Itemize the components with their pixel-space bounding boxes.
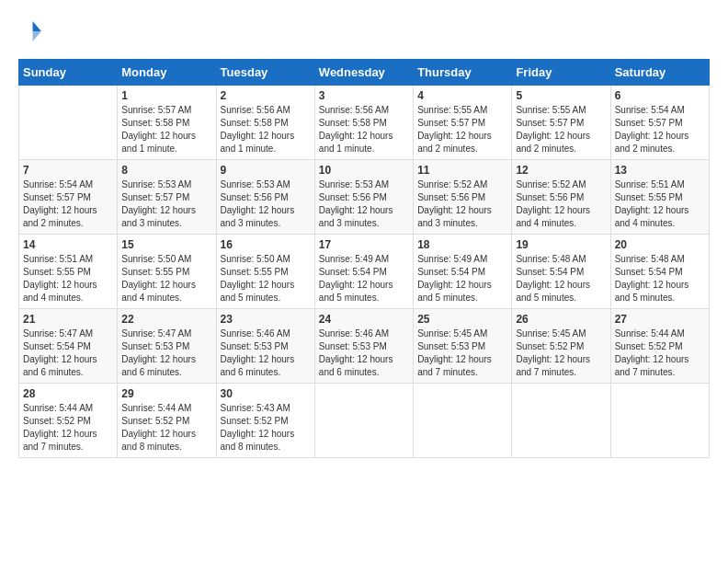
calendar-cell: 10Sunrise: 5:53 AM Sunset: 5:56 PM Dayli… — [314, 160, 413, 235]
calendar-cell — [314, 384, 413, 458]
day-info: Sunrise: 5:47 AM Sunset: 5:54 PM Dayligh… — [23, 327, 113, 379]
day-number: 25 — [417, 313, 507, 326]
day-info: Sunrise: 5:46 AM Sunset: 5:53 PM Dayligh… — [221, 327, 311, 379]
day-info: Sunrise: 5:57 AM Sunset: 5:58 PM Dayligh… — [121, 104, 211, 155]
calendar-cell: 9Sunrise: 5:53 AM Sunset: 5:56 PM Daylig… — [216, 160, 314, 235]
week-row: 21Sunrise: 5:47 AM Sunset: 5:54 PM Dayli… — [19, 309, 710, 384]
day-info: Sunrise: 5:49 AM Sunset: 5:54 PM Dayligh… — [319, 253, 409, 304]
calendar-cell: 19Sunrise: 5:48 AM Sunset: 5:54 PM Dayli… — [512, 235, 610, 309]
calendar-cell: 13Sunrise: 5:51 AM Sunset: 5:55 PM Dayli… — [610, 160, 709, 235]
day-info: Sunrise: 5:48 AM Sunset: 5:54 PM Dayligh… — [615, 253, 705, 304]
col-tuesday: Tuesday — [216, 60, 314, 86]
calendar-cell: 14Sunrise: 5:51 AM Sunset: 5:55 PM Dayli… — [19, 235, 118, 309]
day-info: Sunrise: 5:52 AM Sunset: 5:56 PM Dayligh… — [417, 178, 507, 230]
day-number: 26 — [516, 313, 606, 326]
calendar-body: 1Sunrise: 5:57 AM Sunset: 5:58 PM Daylig… — [19, 86, 710, 458]
calendar-cell: 24Sunrise: 5:46 AM Sunset: 5:53 PM Dayli… — [314, 309, 413, 384]
day-info: Sunrise: 5:53 AM Sunset: 5:56 PM Dayligh… — [221, 178, 311, 230]
logo-icon — [18, 18, 44, 44]
day-info: Sunrise: 5:44 AM Sunset: 5:52 PM Dayligh… — [23, 402, 113, 454]
day-number: 2 — [221, 89, 311, 102]
col-monday: Monday — [118, 60, 216, 86]
calendar-cell — [414, 384, 512, 458]
header-row: Sunday Monday Tuesday Wednesday Thursday… — [19, 60, 710, 86]
page-header — [18, 18, 710, 44]
day-info: Sunrise: 5:44 AM Sunset: 5:52 PM Dayligh… — [121, 402, 211, 454]
week-row: 7Sunrise: 5:54 AM Sunset: 5:57 PM Daylig… — [19, 160, 710, 235]
calendar-cell: 7Sunrise: 5:54 AM Sunset: 5:57 PM Daylig… — [19, 160, 118, 235]
calendar-cell: 8Sunrise: 5:53 AM Sunset: 5:57 PM Daylig… — [118, 160, 216, 235]
calendar-cell: 11Sunrise: 5:52 AM Sunset: 5:56 PM Dayli… — [414, 160, 512, 235]
calendar-cell: 27Sunrise: 5:44 AM Sunset: 5:52 PM Dayli… — [610, 309, 709, 384]
day-info: Sunrise: 5:46 AM Sunset: 5:53 PM Dayligh… — [319, 327, 409, 379]
day-info: Sunrise: 5:51 AM Sunset: 5:55 PM Dayligh… — [615, 178, 705, 230]
day-number: 8 — [121, 164, 211, 177]
day-info: Sunrise: 5:52 AM Sunset: 5:56 PM Dayligh… — [516, 178, 606, 230]
day-number: 20 — [615, 238, 705, 251]
day-number: 1 — [121, 89, 211, 102]
calendar-table: Sunday Monday Tuesday Wednesday Thursday… — [18, 59, 710, 458]
day-info: Sunrise: 5:45 AM Sunset: 5:53 PM Dayligh… — [417, 327, 507, 379]
day-number: 15 — [121, 238, 211, 251]
day-info: Sunrise: 5:47 AM Sunset: 5:53 PM Dayligh… — [121, 327, 211, 379]
svg-marker-0 — [33, 21, 41, 31]
calendar-cell: 6Sunrise: 5:54 AM Sunset: 5:57 PM Daylig… — [610, 86, 709, 160]
calendar-cell: 4Sunrise: 5:55 AM Sunset: 5:57 PM Daylig… — [414, 86, 512, 160]
week-row: 28Sunrise: 5:44 AM Sunset: 5:52 PM Dayli… — [19, 384, 710, 458]
day-info: Sunrise: 5:45 AM Sunset: 5:52 PM Dayligh… — [516, 327, 606, 379]
calendar-cell — [19, 86, 118, 160]
col-thursday: Thursday — [414, 60, 512, 86]
calendar-cell: 1Sunrise: 5:57 AM Sunset: 5:58 PM Daylig… — [118, 86, 216, 160]
day-number: 4 — [417, 89, 507, 102]
day-number: 22 — [121, 313, 211, 326]
day-number: 27 — [615, 313, 705, 326]
day-number: 6 — [615, 89, 705, 102]
day-info: Sunrise: 5:54 AM Sunset: 5:57 PM Dayligh… — [615, 104, 705, 155]
day-number: 14 — [23, 238, 113, 251]
day-info: Sunrise: 5:48 AM Sunset: 5:54 PM Dayligh… — [516, 253, 606, 304]
calendar-cell: 26Sunrise: 5:45 AM Sunset: 5:52 PM Dayli… — [512, 309, 610, 384]
calendar-cell: 17Sunrise: 5:49 AM Sunset: 5:54 PM Dayli… — [314, 235, 413, 309]
day-number: 17 — [319, 238, 409, 251]
day-info: Sunrise: 5:55 AM Sunset: 5:57 PM Dayligh… — [417, 104, 507, 155]
day-number: 9 — [221, 164, 311, 177]
calendar-cell: 30Sunrise: 5:43 AM Sunset: 5:52 PM Dayli… — [216, 384, 314, 458]
day-number: 19 — [516, 238, 606, 251]
svg-marker-1 — [33, 31, 41, 41]
calendar-cell: 28Sunrise: 5:44 AM Sunset: 5:52 PM Dayli… — [19, 384, 118, 458]
day-info: Sunrise: 5:55 AM Sunset: 5:57 PM Dayligh… — [516, 104, 606, 155]
calendar-cell: 3Sunrise: 5:56 AM Sunset: 5:58 PM Daylig… — [314, 86, 413, 160]
col-wednesday: Wednesday — [314, 60, 413, 86]
day-info: Sunrise: 5:56 AM Sunset: 5:58 PM Dayligh… — [221, 104, 311, 155]
day-number: 30 — [221, 387, 311, 400]
day-number: 10 — [319, 164, 409, 177]
calendar-cell: 5Sunrise: 5:55 AM Sunset: 5:57 PM Daylig… — [512, 86, 610, 160]
day-info: Sunrise: 5:54 AM Sunset: 5:57 PM Dayligh… — [23, 178, 113, 230]
calendar-cell: 29Sunrise: 5:44 AM Sunset: 5:52 PM Dayli… — [118, 384, 216, 458]
calendar-cell: 12Sunrise: 5:52 AM Sunset: 5:56 PM Dayli… — [512, 160, 610, 235]
col-sunday: Sunday — [19, 60, 118, 86]
col-saturday: Saturday — [610, 60, 709, 86]
day-info: Sunrise: 5:53 AM Sunset: 5:57 PM Dayligh… — [121, 178, 211, 230]
day-number: 28 — [23, 387, 113, 400]
day-number: 29 — [121, 387, 211, 400]
day-info: Sunrise: 5:53 AM Sunset: 5:56 PM Dayligh… — [319, 178, 409, 230]
col-friday: Friday — [512, 60, 610, 86]
week-row: 1Sunrise: 5:57 AM Sunset: 5:58 PM Daylig… — [19, 86, 710, 160]
day-number: 21 — [23, 313, 113, 326]
day-number: 11 — [417, 164, 507, 177]
day-number: 18 — [417, 238, 507, 251]
day-number: 3 — [319, 89, 409, 102]
calendar-cell: 2Sunrise: 5:56 AM Sunset: 5:58 PM Daylig… — [216, 86, 314, 160]
calendar-cell: 16Sunrise: 5:50 AM Sunset: 5:55 PM Dayli… — [216, 235, 314, 309]
calendar-cell: 20Sunrise: 5:48 AM Sunset: 5:54 PM Dayli… — [610, 235, 709, 309]
day-number: 12 — [516, 164, 606, 177]
calendar-header: Sunday Monday Tuesday Wednesday Thursday… — [19, 60, 710, 86]
calendar-cell: 25Sunrise: 5:45 AM Sunset: 5:53 PM Dayli… — [414, 309, 512, 384]
calendar-cell: 22Sunrise: 5:47 AM Sunset: 5:53 PM Dayli… — [118, 309, 216, 384]
logo — [18, 18, 48, 44]
calendar-cell: 18Sunrise: 5:49 AM Sunset: 5:54 PM Dayli… — [414, 235, 512, 309]
day-info: Sunrise: 5:50 AM Sunset: 5:55 PM Dayligh… — [121, 253, 211, 304]
calendar-cell — [512, 384, 610, 458]
day-info: Sunrise: 5:51 AM Sunset: 5:55 PM Dayligh… — [23, 253, 113, 304]
